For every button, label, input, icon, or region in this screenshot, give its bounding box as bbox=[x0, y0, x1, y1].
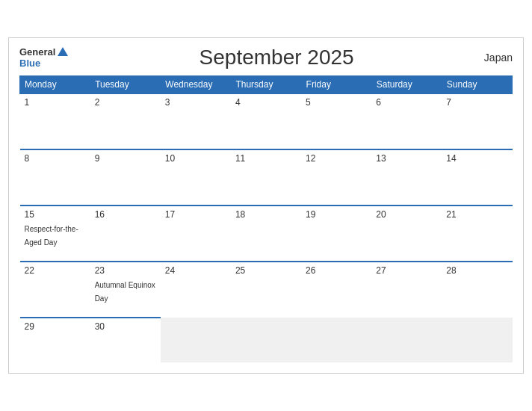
day-number: 24 bbox=[165, 265, 226, 276]
day-number: 19 bbox=[306, 209, 367, 220]
day-number: 2 bbox=[95, 97, 156, 108]
calendar-body: 123456789101112131415Respect-for-the-Age… bbox=[20, 93, 513, 362]
day-number: 1 bbox=[25, 97, 86, 108]
col-sunday: Sunday bbox=[442, 76, 512, 94]
col-friday: Friday bbox=[301, 76, 371, 94]
day-number: 22 bbox=[25, 265, 86, 276]
day-cell: 6 bbox=[371, 93, 442, 149]
day-number: 13 bbox=[376, 153, 437, 164]
day-cell: 23Autumnal Equinox Day bbox=[90, 262, 161, 318]
day-number: 23 bbox=[95, 265, 156, 276]
day-cell bbox=[161, 318, 231, 362]
day-number: 12 bbox=[306, 153, 367, 164]
day-cell bbox=[231, 318, 301, 362]
day-number: 14 bbox=[446, 153, 507, 164]
country-label: Japan bbox=[484, 52, 513, 64]
col-wednesday: Wednesday bbox=[161, 76, 231, 94]
day-cell: 18 bbox=[231, 206, 301, 262]
day-number: 18 bbox=[235, 209, 297, 220]
col-tuesday: Tuesday bbox=[90, 76, 161, 94]
day-cell: 2 bbox=[90, 93, 161, 149]
day-cell: 19 bbox=[301, 206, 371, 262]
day-cell: 11 bbox=[231, 149, 301, 206]
day-number: 3 bbox=[165, 97, 226, 108]
day-cell: 21 bbox=[442, 206, 512, 262]
calendar-header: General Blue September 2025 Japan bbox=[19, 46, 513, 69]
week-row-0: 1234567 bbox=[20, 93, 513, 149]
day-number: 20 bbox=[376, 209, 437, 220]
day-number: 27 bbox=[376, 265, 437, 276]
day-cell: 13 bbox=[371, 149, 442, 206]
day-cell: 24 bbox=[161, 262, 231, 318]
day-cell: 10 bbox=[161, 149, 231, 206]
day-cell: 15Respect-for-the-Aged Day bbox=[20, 206, 90, 262]
day-cell bbox=[442, 318, 512, 362]
day-number: 8 bbox=[25, 153, 86, 164]
day-cell: 8 bbox=[20, 149, 90, 206]
day-cell: 9 bbox=[90, 149, 161, 206]
event-label: Respect-for-the-Aged Day bbox=[25, 225, 78, 247]
day-number: 25 bbox=[235, 265, 297, 276]
day-number: 28 bbox=[446, 265, 507, 276]
day-cell bbox=[371, 318, 442, 362]
day-number: 26 bbox=[306, 265, 367, 276]
day-number: 17 bbox=[165, 209, 226, 220]
week-row-1: 891011121314 bbox=[20, 149, 513, 206]
day-number: 29 bbox=[25, 321, 86, 332]
calendar-container: General Blue September 2025 Japan Monday… bbox=[8, 37, 524, 374]
col-monday: Monday bbox=[20, 76, 90, 94]
day-number: 9 bbox=[95, 153, 156, 164]
day-cell: 7 bbox=[442, 93, 512, 149]
day-cell: 29 bbox=[20, 318, 90, 362]
logo-area: General Blue bbox=[19, 46, 69, 69]
day-cell: 20 bbox=[371, 206, 442, 262]
calendar-table: Monday Tuesday Wednesday Thursday Friday… bbox=[19, 75, 513, 362]
day-number: 6 bbox=[376, 97, 437, 108]
week-row-3: 2223Autumnal Equinox Day2425262728 bbox=[20, 262, 513, 318]
day-number: 30 bbox=[95, 321, 156, 332]
day-number: 16 bbox=[95, 209, 156, 220]
day-number: 7 bbox=[446, 97, 507, 108]
day-cell: 14 bbox=[442, 149, 512, 206]
event-label: Autumnal Equinox Day bbox=[95, 281, 155, 303]
day-cell: 22 bbox=[20, 262, 90, 318]
week-row-4: 2930 bbox=[20, 318, 513, 362]
calendar-title: September 2025 bbox=[200, 46, 354, 69]
col-thursday: Thursday bbox=[231, 76, 301, 94]
day-number: 4 bbox=[235, 97, 297, 108]
day-number: 10 bbox=[165, 153, 226, 164]
day-cell: 30 bbox=[90, 318, 161, 362]
day-number: 5 bbox=[306, 97, 367, 108]
day-cell: 1 bbox=[20, 93, 90, 149]
day-cell: 4 bbox=[231, 93, 301, 149]
day-cell: 3 bbox=[161, 93, 231, 149]
logo-blue-text: Blue bbox=[19, 58, 40, 69]
day-number: 21 bbox=[446, 209, 507, 220]
day-cell: 12 bbox=[301, 149, 371, 206]
day-cell: 28 bbox=[442, 262, 512, 318]
day-cell: 17 bbox=[161, 206, 231, 262]
day-cell: 26 bbox=[301, 262, 371, 318]
logo-general-text: General bbox=[19, 47, 55, 58]
day-number: 11 bbox=[235, 153, 297, 164]
day-cell: 27 bbox=[371, 262, 442, 318]
svg-marker-0 bbox=[58, 47, 68, 56]
day-cell: 5 bbox=[301, 93, 371, 149]
header-row: Monday Tuesday Wednesday Thursday Friday… bbox=[20, 76, 513, 94]
logo-icon bbox=[57, 46, 69, 58]
day-cell bbox=[301, 318, 371, 362]
col-saturday: Saturday bbox=[371, 76, 442, 94]
week-row-2: 15Respect-for-the-Aged Day161718192021 bbox=[20, 206, 513, 262]
day-number: 15 bbox=[25, 209, 86, 220]
day-cell: 25 bbox=[231, 262, 301, 318]
day-cell: 16 bbox=[90, 206, 161, 262]
